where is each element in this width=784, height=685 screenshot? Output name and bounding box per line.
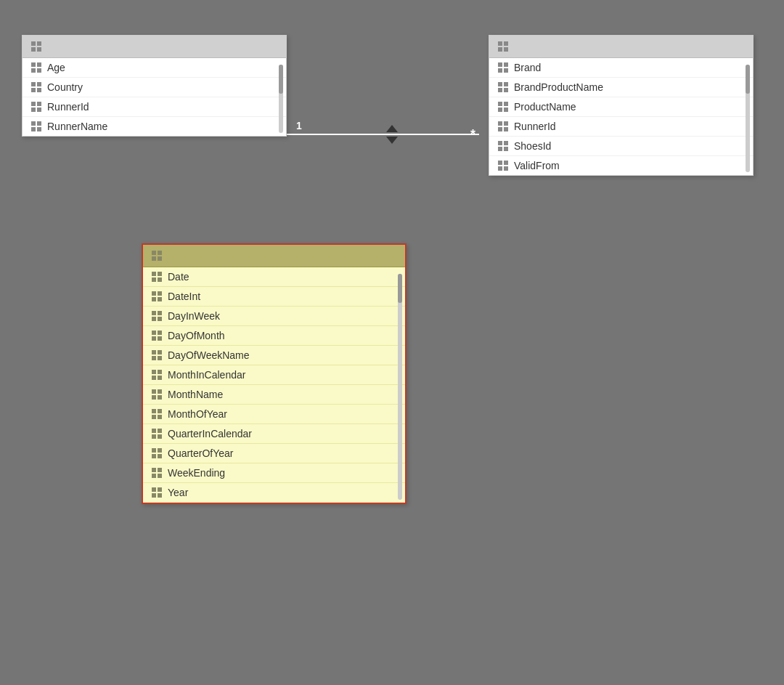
shoes-table-icon <box>498 41 508 52</box>
field-icon <box>152 468 162 478</box>
table-row[interactable]: RunnerId <box>489 117 753 137</box>
field-name: MonthName <box>168 389 223 400</box>
field-name: RunnerName <box>47 121 107 132</box>
field-icon <box>31 82 41 92</box>
pit-scrollbar[interactable] <box>398 274 402 500</box>
shoes-scrollbar[interactable] <box>746 65 750 172</box>
up-arrow <box>386 125 398 132</box>
runners-scrollbar[interactable] <box>279 65 283 133</box>
many-label: * <box>470 127 475 142</box>
field-name: ProductName <box>514 101 576 113</box>
field-icon <box>152 487 162 498</box>
pit-calendar-table: DateDateIntDayInWeekDayOfMonthDayOfWeekN… <box>142 243 407 504</box>
table-row[interactable]: Country <box>23 78 286 97</box>
table-row[interactable]: MonthInCalendar <box>143 365 405 385</box>
table-row[interactable]: WeekEnding <box>143 463 405 483</box>
table-row[interactable]: Age <box>23 58 286 78</box>
field-name: WeekEnding <box>168 467 225 479</box>
field-icon <box>152 331 162 341</box>
down-arrow <box>386 137 398 144</box>
field-name: ValidFrom <box>514 160 560 171</box>
runners-table-icon <box>31 41 41 52</box>
table-row[interactable]: RunnerName <box>23 117 286 136</box>
field-icon <box>152 370 162 380</box>
shoes-table-body: BrandBrandProductNameProductNameRunnerId… <box>489 58 753 175</box>
table-row[interactable]: Date <box>143 267 405 287</box>
field-icon <box>152 389 162 400</box>
pit-calendar-title-group <box>152 251 168 261</box>
field-icon <box>31 121 41 131</box>
table-row[interactable]: QuarterOfYear <box>143 444 405 463</box>
field-name: RunnerId <box>514 121 556 132</box>
field-icon <box>498 82 508 92</box>
one-label: 1 <box>296 120 302 131</box>
field-icon <box>498 141 508 151</box>
field-icon <box>498 121 508 131</box>
table-row[interactable]: RunnerId <box>23 97 286 117</box>
field-name: DayOfMonth <box>168 330 225 341</box>
pit-scroll-thumb[interactable] <box>398 274 402 303</box>
runners-table: AgeCountryRunnerIdRunnerName <box>22 35 287 137</box>
field-icon <box>152 350 162 360</box>
pit-calendar-table-icon <box>152 251 162 261</box>
field-icon <box>31 102 41 112</box>
field-icon <box>152 272 162 282</box>
runners-table-body: AgeCountryRunnerIdRunnerName <box>23 58 286 136</box>
table-row[interactable]: DayOfMonth <box>143 326 405 346</box>
field-name: MonthOfYear <box>168 408 227 420</box>
shoes-table-title-group <box>498 41 514 52</box>
field-icon <box>152 311 162 321</box>
field-name: ShoesId <box>514 140 551 152</box>
table-row[interactable]: ValidFrom <box>489 156 753 175</box>
table-row[interactable]: DayInWeek <box>143 307 405 326</box>
field-name: Age <box>47 62 65 73</box>
field-name: QuarterInCalendar <box>168 428 252 439</box>
table-row[interactable]: MonthName <box>143 385 405 405</box>
table-row[interactable]: BrandProductName <box>489 78 753 97</box>
shoes-table-header <box>489 36 753 58</box>
field-name: BrandProductName <box>514 81 603 93</box>
table-row[interactable]: MonthOfYear <box>143 405 405 424</box>
field-icon <box>152 291 162 301</box>
pit-calendar-table-header <box>143 245 405 267</box>
field-icon <box>152 429 162 439</box>
field-icon <box>31 62 41 73</box>
field-name: DateInt <box>168 291 200 302</box>
field-name: Brand <box>514 62 541 73</box>
field-name: Date <box>168 271 189 283</box>
field-name: DayOfWeekName <box>168 349 250 361</box>
field-icon <box>152 448 162 458</box>
shoes-scroll-thumb[interactable] <box>746 65 750 94</box>
field-icon <box>152 409 162 419</box>
table-row[interactable]: Year <box>143 483 405 503</box>
runners-table-header <box>23 36 286 58</box>
field-name: MonthInCalendar <box>168 369 245 381</box>
table-row[interactable]: ShoesId <box>489 137 753 156</box>
pit-calendar-table-body: DateDateIntDayInWeekDayOfMonthDayOfWeekN… <box>143 267 405 503</box>
shoes-table: BrandBrandProductNameProductNameRunnerId… <box>489 35 754 176</box>
field-name: RunnerId <box>47 101 89 113</box>
field-name: DayInWeek <box>168 310 220 322</box>
field-icon <box>498 161 508 171</box>
field-icon <box>498 62 508 73</box>
field-name: Year <box>168 487 188 498</box>
field-name: Country <box>47 81 83 93</box>
table-row[interactable]: DateInt <box>143 287 405 307</box>
table-row[interactable]: ProductName <box>489 97 753 117</box>
table-row[interactable]: DayOfWeekName <box>143 346 405 365</box>
runners-scroll-thumb[interactable] <box>279 65 283 94</box>
field-icon <box>498 102 508 112</box>
table-row[interactable]: Brand <box>489 58 753 78</box>
runners-table-title-group <box>31 41 47 52</box>
field-name: QuarterOfYear <box>168 447 234 459</box>
table-row[interactable]: QuarterInCalendar <box>143 424 405 444</box>
